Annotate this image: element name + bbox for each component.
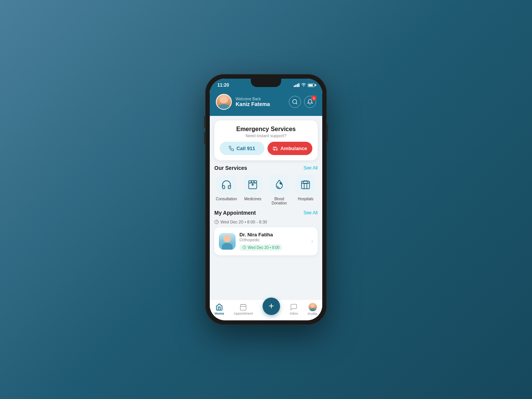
hospitals-label: Hospitals <box>298 197 314 201</box>
doctor-info: Dr. Nira Fatiha Orthopedic Wed Dec 20 • … <box>239 232 307 251</box>
appointment-header: My Appointment See All <box>214 210 318 216</box>
phone-frame: 11:20 <box>205 74 327 325</box>
nav-appointment[interactable]: Appointment <box>234 303 253 315</box>
doctor-avatar <box>219 233 236 250</box>
wifi-icon <box>301 83 306 87</box>
emergency-buttons: Call 911 Ambulance <box>220 142 312 155</box>
appointment-see-all[interactable]: See All <box>304 210 318 215</box>
headset-icon <box>221 179 232 190</box>
clock-icon <box>214 220 219 224</box>
user-avatar[interactable] <box>216 94 232 110</box>
app-content: Welcome Back Kaniz Fatema <box>210 90 322 299</box>
app-header: Welcome Back Kaniz Fatema <box>210 90 322 116</box>
call-911-label: Call 911 <box>236 146 255 151</box>
ambulance-button[interactable]: Ambulance <box>268 142 312 155</box>
medicines-icon <box>247 179 258 190</box>
consultation-label: Consultation <box>216 197 237 201</box>
status-bar: 11:20 <box>210 79 322 90</box>
services-header: Our Services See All <box>214 165 318 171</box>
notification-button[interactable]: 1 <box>304 96 316 108</box>
phone-screen: 11:20 <box>210 79 322 320</box>
blood-donation-label: Blood Donation <box>267 197 291 205</box>
status-time: 11:20 <box>217 82 229 88</box>
home-icon <box>215 303 223 311</box>
search-button[interactable] <box>289 96 301 108</box>
emergency-subtitle: Need instant support? <box>220 133 312 138</box>
service-consultation[interactable]: Consultation <box>214 175 239 205</box>
appointment-nav-icon <box>239 303 247 311</box>
nav-appointment-label: Appointment <box>234 312 253 315</box>
services-section: Our Services See All Consultation <box>210 160 322 205</box>
nav-profile[interactable]: Profile <box>308 303 318 316</box>
blood-donation-icon-box <box>269 175 289 195</box>
medicines-label: Medicines <box>244 197 261 201</box>
time-icon <box>242 245 246 249</box>
emergency-card: Emergency Services Need instant support?… <box>214 120 318 160</box>
nav-inbox[interactable]: Inbox <box>290 303 298 315</box>
appointment-card[interactable]: Dr. Nira Fatiha Orthopedic Wed Dec 20 • … <box>214 227 318 255</box>
doctor-specialty: Orthopedic <box>239 238 307 242</box>
blood-donation-icon <box>274 179 285 190</box>
doctor-time-text: Wed Dec 20 • 8:00 <box>248 245 279 250</box>
bottom-nav: Home Appointment + Inbox <box>210 299 322 320</box>
battery-icon <box>308 84 315 87</box>
appointment-date-text: Wed Dec 20 • 8:00 - 8:30 <box>220 220 267 224</box>
plus-icon: + <box>269 301 274 310</box>
doctor-time-badge: Wed Dec 20 • 8:00 <box>239 244 282 251</box>
appointment-date: Wed Dec 20 • 8:00 - 8:30 <box>214 220 318 224</box>
nav-home[interactable]: Home <box>215 303 224 315</box>
emergency-title: Emergency Services <box>220 126 312 133</box>
hospitals-icon-box <box>296 175 315 195</box>
service-medicines[interactable]: Medicines <box>241 175 265 205</box>
inbox-icon <box>290 303 298 311</box>
welcome-text: Welcome Back <box>236 97 285 101</box>
svg-rect-6 <box>303 181 308 184</box>
hospital-icon <box>300 179 311 190</box>
chevron-right-icon: › <box>311 238 313 245</box>
consultation-icon-box <box>217 175 236 195</box>
svg-point-2 <box>276 149 277 150</box>
nav-add-button[interactable]: + <box>263 298 280 315</box>
services-grid: Consultation <box>214 175 318 205</box>
appointment-title: My Appointment <box>214 210 256 216</box>
svg-rect-9 <box>241 304 246 310</box>
service-hospitals[interactable]: Hospitals <box>294 175 318 205</box>
user-info: Welcome Back Kaniz Fatema <box>236 97 285 107</box>
services-title: Our Services <box>214 165 247 171</box>
ambulance-label: Ambulance <box>280 146 307 151</box>
service-blood-donation[interactable]: Blood Donation <box>267 175 291 205</box>
notification-badge: 1 <box>311 95 317 101</box>
notch <box>251 79 281 87</box>
user-name: Kaniz Fatema <box>236 101 285 107</box>
services-see-all[interactable]: See All <box>304 165 318 171</box>
doctor-name: Dr. Nira Fatiha <box>239 232 307 238</box>
svg-rect-5 <box>302 181 310 189</box>
nav-home-label: Home <box>215 312 224 315</box>
call-911-button[interactable]: Call 911 <box>220 142 264 155</box>
nav-inbox-label: Inbox <box>290 312 298 315</box>
signal-icon <box>294 83 299 87</box>
header-icons: 1 <box>289 96 316 108</box>
medicines-icon-box <box>243 175 263 195</box>
nav-profile-label: Profile <box>308 312 318 316</box>
appointment-section: My Appointment See All Wed Dec 20 • 8:00… <box>210 205 322 260</box>
